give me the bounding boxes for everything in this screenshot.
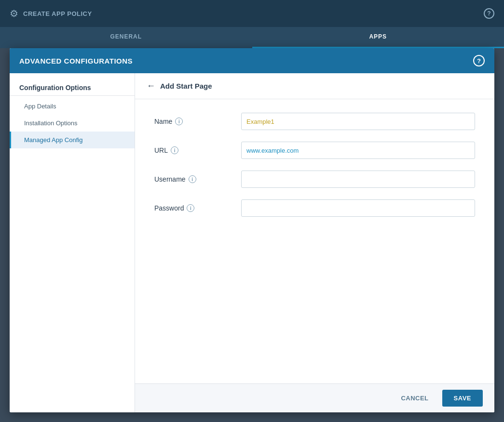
sidebar: Configuration Options App Details Instal… (10, 73, 135, 412)
password-input[interactable] (241, 199, 475, 217)
dialog-wrapper: ADVANCED CONFIGURATIONS ? Configuration … (10, 48, 494, 412)
tab-apps[interactable]: APPS (252, 27, 504, 48)
name-label: Name i (154, 118, 241, 125)
sidebar-item-app-details[interactable]: App Details (10, 98, 135, 115)
top-bar: ⚙ CREATE APP POLICY ? (0, 0, 504, 27)
url-info-icon[interactable]: i (171, 146, 178, 154)
username-label: Username i (154, 175, 241, 183)
cancel-button[interactable]: CANCEL (393, 391, 436, 406)
username-info-icon[interactable]: i (189, 175, 196, 183)
content-header-title: Add Start Page (160, 82, 212, 90)
url-field-row: URL i (154, 142, 475, 159)
username-field-row: Username i (154, 171, 475, 188)
form-area: Name i URL i Username (135, 99, 494, 383)
name-field-row: Name i (154, 113, 475, 130)
dialog-footer: CANCEL SAVE (135, 383, 494, 412)
save-button[interactable]: SAVE (442, 390, 483, 407)
top-bar-title: CREATE APP POLICY (23, 10, 92, 17)
top-bar-left: ⚙ CREATE APP POLICY (10, 8, 92, 19)
tab-general[interactable]: GENERAL (0, 27, 252, 48)
sidebar-item-managed-app-config[interactable]: Managed App Config (10, 132, 135, 148)
name-info-icon[interactable]: i (175, 118, 183, 125)
sidebar-item-installation-options[interactable]: Installation Options (10, 115, 135, 132)
username-input[interactable] (241, 171, 475, 188)
dialog-title: ADVANCED CONFIGURATIONS (19, 57, 133, 65)
url-label: URL i (154, 146, 241, 154)
back-button[interactable]: ← (147, 81, 155, 91)
content-panel: ← Add Start Page Name i URL (135, 73, 494, 412)
sidebar-section-title: Configuration Options (10, 78, 135, 96)
url-input[interactable] (241, 142, 475, 159)
password-info-icon[interactable]: i (187, 204, 194, 212)
android-icon: ⚙ (10, 8, 18, 19)
password-field-row: Password i (154, 199, 475, 217)
content-header: ← Add Start Page (135, 73, 494, 99)
dialog-header: ADVANCED CONFIGURATIONS ? (10, 48, 494, 73)
tab-bar: GENERAL APPS (0, 27, 504, 48)
top-help-icon[interactable]: ? (484, 8, 494, 19)
dialog-body: Configuration Options App Details Instal… (10, 73, 494, 412)
name-input[interactable] (241, 113, 475, 130)
password-label: Password i (154, 204, 241, 212)
dialog-help-icon[interactable]: ? (473, 55, 485, 66)
